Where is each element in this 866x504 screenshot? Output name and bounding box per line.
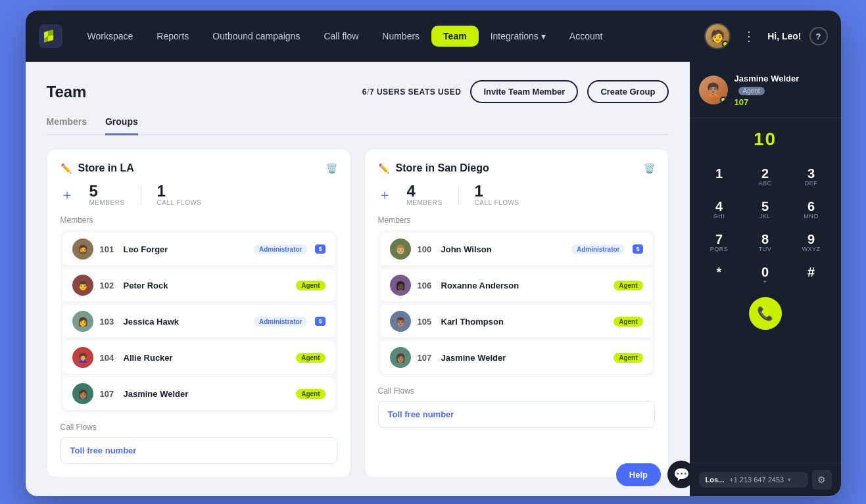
seats-info: 6/7 USERS SEATS USED bbox=[362, 87, 462, 97]
more-options-button[interactable]: ⋮ bbox=[738, 26, 759, 47]
member-num: 107 bbox=[418, 353, 435, 363]
call-flow-item[interactable]: Toll free number bbox=[60, 437, 337, 464]
nav-item-callflow[interactable]: Call flow bbox=[312, 26, 370, 47]
seats-used: 6 bbox=[362, 87, 367, 97]
nav-item-workspace[interactable]: Workspace bbox=[76, 26, 145, 47]
la-callflows-stat: 1 CALL FLOWS bbox=[157, 183, 202, 206]
agent-details: Jasmine Welder Agent 107 bbox=[734, 72, 832, 107]
member-name: Karl Thompson bbox=[441, 317, 608, 327]
member-name: Jessica Hawk bbox=[124, 317, 247, 327]
tabs: Members Groups bbox=[47, 116, 669, 135]
tab-members[interactable]: Members bbox=[47, 116, 87, 135]
dial-key-3[interactable]: 3 DEF bbox=[791, 163, 832, 191]
add-member-sd-button[interactable]: ＋ bbox=[378, 186, 391, 204]
delete-group-sd-button[interactable]: 🗑️ bbox=[644, 163, 655, 173]
la-members-stat: 5 MEMBERS bbox=[89, 183, 125, 206]
invite-team-member-button[interactable]: Invite Team Member bbox=[470, 80, 578, 103]
role-badge: Agent bbox=[296, 353, 325, 363]
agent-info: 🧑🏽‍🦱 Jasmine Welder Agent 107 bbox=[690, 62, 841, 118]
settings-button[interactable]: ⚙ bbox=[812, 470, 832, 490]
group-card-la: ✏️ Store in LA 🗑️ ＋ 5 MEMBERS 1 bbox=[47, 149, 351, 478]
nav-item-numbers[interactable]: Numbers bbox=[370, 26, 431, 47]
edit-group-sd-button[interactable]: ✏️ bbox=[378, 163, 389, 173]
member-num: 101 bbox=[100, 244, 117, 254]
sd-callflows-section: Call Flows Toll free number bbox=[378, 386, 655, 428]
dial-key-4[interactable]: 4 GHI bbox=[699, 196, 740, 223]
sd-members-stat: 4 MEMBERS bbox=[407, 183, 443, 206]
sd-members-section-label: Members bbox=[378, 216, 655, 225]
navbar: Workspace Reports Outbound campaigns Cal… bbox=[26, 11, 841, 62]
page-header: Team 6/7 USERS SEATS USED Invite Team Me… bbox=[47, 80, 669, 103]
delete-group-la-button[interactable]: 🗑️ bbox=[326, 163, 337, 173]
page-area: Team 6/7 USERS SEATS USED Invite Team Me… bbox=[26, 62, 690, 496]
create-group-button[interactable]: Create Group bbox=[587, 80, 668, 103]
role-badge: Agent bbox=[296, 281, 325, 290]
agent-status-dot bbox=[720, 97, 727, 103]
edit-group-la-button[interactable]: ✏️ bbox=[60, 163, 72, 173]
chevron-down-icon: ▾ bbox=[788, 476, 791, 483]
agent-name: Jasmine Welder bbox=[734, 74, 800, 83]
dial-key-6[interactable]: 6 MNO bbox=[791, 196, 832, 223]
role-badge: Administrator bbox=[571, 244, 625, 254]
tab-groups[interactable]: Groups bbox=[105, 116, 138, 135]
dialpad-grid: 1 2 ABC 3 DEF 4 GHI bbox=[699, 163, 832, 289]
help-button[interactable]: Help bbox=[616, 463, 661, 486]
right-panel: ▾ 🧑🏽‍🦱 Jasmine Welder Agent 107 bbox=[690, 62, 841, 496]
dial-key-7[interactable]: 7 PQRS bbox=[699, 229, 740, 256]
call-flow-item[interactable]: Toll free number bbox=[378, 401, 655, 428]
sd-members-label: MEMBERS bbox=[407, 199, 443, 206]
dial-key-9[interactable]: 9 WXYZ bbox=[791, 229, 832, 256]
member-name: Leo Forger bbox=[124, 244, 247, 254]
dial-key-2[interactable]: 2 ABC bbox=[745, 163, 786, 191]
call-button-row: 📞 bbox=[699, 297, 832, 330]
dial-number: 10 bbox=[754, 129, 777, 150]
sd-callflows-stat: 1 CALL FLOWS bbox=[475, 183, 519, 206]
dial-key-star[interactable]: * bbox=[699, 262, 740, 289]
chat-icon: 💬 bbox=[673, 467, 690, 482]
sd-callflows-section-label: Call Flows bbox=[378, 386, 655, 396]
call-button[interactable]: 📞 bbox=[749, 297, 782, 330]
gear-icon: ⚙ bbox=[817, 474, 826, 485]
la-callflows-section-label: Call Flows bbox=[60, 423, 337, 432]
la-members-list: 🧔 101 Leo Forger Administrator $ 👨 102 P… bbox=[60, 230, 337, 413]
dial-key-8[interactable]: 8 TUV bbox=[745, 229, 786, 256]
dial-key-0[interactable]: 0 + bbox=[745, 262, 786, 289]
panel-collapse-button[interactable]: ▾ bbox=[755, 62, 776, 64]
group-sd-name: Store in San Diego bbox=[396, 162, 489, 174]
nav-item-outbound[interactable]: Outbound campaigns bbox=[201, 26, 312, 47]
group-card-sd-header: ✏️ Store in San Diego 🗑️ bbox=[378, 162, 655, 174]
caller-id-short: Los... bbox=[706, 476, 725, 484]
avatar: 👨 bbox=[72, 275, 93, 296]
member-name: Jasmine Welder bbox=[124, 389, 290, 399]
add-member-la-button[interactable]: ＋ bbox=[60, 186, 74, 204]
help-icon-button[interactable]: ? bbox=[809, 27, 828, 45]
dial-key-hash[interactable]: # bbox=[791, 262, 832, 289]
table-row: 👩🏿 106 Roxanne Anderson Agent bbox=[381, 269, 652, 302]
sd-callflows-count: 1 bbox=[475, 183, 519, 199]
avatar: 👨🏼 bbox=[390, 239, 411, 260]
nav-item-integrations[interactable]: Integrations ▾ bbox=[479, 26, 558, 47]
nav-item-team[interactable]: Team bbox=[431, 26, 479, 47]
app-logo[interactable] bbox=[39, 24, 62, 48]
caller-id-number: +1 213 647 2453 bbox=[729, 476, 784, 484]
group-card-la-header: ✏️ Store in LA 🗑️ bbox=[60, 162, 337, 174]
member-name: Jasmine Welder bbox=[441, 353, 608, 363]
group-la-stats: ＋ 5 MEMBERS 1 CALL FLOWS bbox=[60, 183, 337, 206]
nav-item-reports[interactable]: Reports bbox=[145, 26, 201, 47]
role-badge: Agent bbox=[296, 389, 325, 399]
dial-key-5[interactable]: 5 JKL bbox=[745, 196, 786, 223]
caller-id-display: Los... +1 213 647 2453 ▾ bbox=[699, 472, 808, 488]
group-la-name: Store in LA bbox=[78, 162, 134, 174]
la-members-count: 5 bbox=[89, 183, 125, 199]
avatar: 👩🏿 bbox=[390, 275, 411, 296]
table-row: 👩🏽 107 Jasmine Welder Agent bbox=[381, 341, 652, 375]
table-row: 👩‍🦱 104 Allie Rucker Agent bbox=[63, 341, 335, 375]
dial-key-1[interactable]: 1 bbox=[699, 163, 740, 191]
chat-button[interactable]: 💬 bbox=[667, 461, 695, 488]
group-card-sandiego: ✏️ Store in San Diego 🗑️ ＋ 4 MEMBERS bbox=[364, 149, 669, 478]
nav-item-account[interactable]: Account bbox=[558, 26, 615, 47]
greeting-text: Hi, Leo! bbox=[767, 31, 801, 41]
sd-members-list: 👨🏼 100 John Wilson Administrator $ 👩🏿 10… bbox=[378, 230, 655, 377]
groups-grid: ✏️ Store in LA 🗑️ ＋ 5 MEMBERS 1 bbox=[47, 149, 669, 478]
dialpad: 1 2 ABC 3 DEF 4 GHI bbox=[690, 158, 841, 463]
